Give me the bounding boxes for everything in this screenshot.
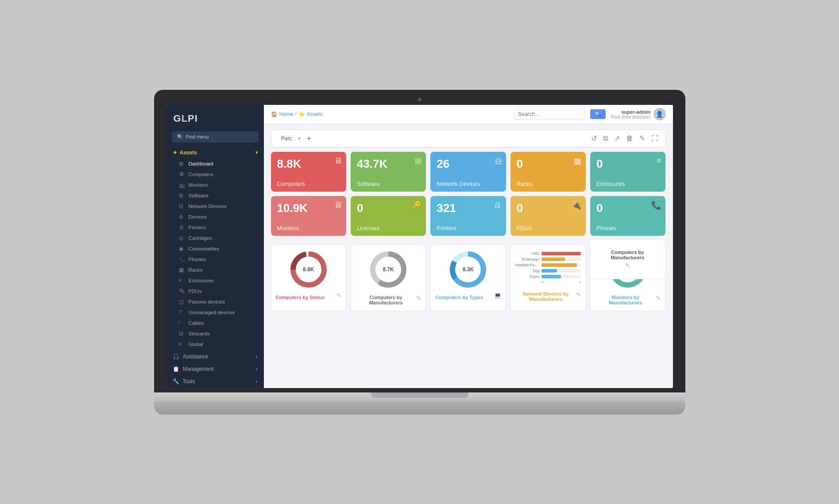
chart-label-monitors-manufacturers: Monitors by Manufacturers	[595, 295, 656, 305]
stat-card-racks[interactable]: ▦ 0 Racks	[510, 152, 586, 192]
printers-label: Printers	[437, 225, 499, 231]
breadcrumb-assets[interactable]: Assets	[307, 111, 323, 117]
chart-card-computers-types: 8.3K Computers by Types 💻	[430, 245, 506, 311]
fullscreen-button[interactable]: ⛶	[650, 134, 660, 143]
sidebar-item-consumables[interactable]: ◉ Consumables	[166, 243, 264, 254]
camera	[418, 98, 421, 101]
donut-computers-manufacturers: 8.7K	[368, 250, 408, 289]
undo-button[interactable]: ↺	[589, 133, 599, 143]
sidebar-item-passive-devices[interactable]: ◫ Passive devices	[166, 296, 264, 307]
stat-card-network[interactable]: ⊟ 26 Network Devices	[430, 152, 506, 192]
network-label: Network Devices	[437, 181, 499, 187]
search-icon: 🔍	[177, 134, 183, 140]
chart-edit-monitors-manufacturers[interactable]: ✎	[656, 295, 661, 301]
stat-card-computers[interactable]: 🖥 8.8K Computers	[271, 152, 346, 192]
chart-edit-computers-manufacturers[interactable]: ✎	[416, 295, 421, 301]
device-icon: ⊛	[179, 214, 185, 220]
delete-button[interactable]: 🗑	[624, 134, 635, 143]
sidebar-item-dashboard[interactable]: ⊙ Dashboard	[166, 158, 264, 169]
monitors-label: Monitors	[277, 225, 340, 231]
sidebar-item-software[interactable]: ⊞ Software	[166, 190, 264, 201]
sidebar-item-monitors[interactable]: 📺 Monitors	[166, 180, 264, 190]
phone-icon: 📞	[179, 256, 185, 262]
breadcrumb-home[interactable]: Home	[279, 111, 294, 117]
sidebar-section-assistance[interactable]: 🎧 Assistance ›	[166, 350, 264, 363]
licenses-label: Licenses	[357, 225, 420, 231]
laptop-base	[154, 392, 685, 401]
stat-card-software[interactable]: ⊞ 43.7K Software	[351, 152, 426, 192]
sidebar-item-enclosures[interactable]: ≡ Enclosures	[166, 275, 264, 286]
mini-panel-content: Computers by Manufacturers ✎	[589, 239, 665, 279]
user-subtitle: Root (tree structure)	[611, 115, 650, 119]
global-icon: ≡	[179, 341, 185, 347]
sidebar-item-network-devices[interactable]: ⊟ Network Devices	[166, 201, 264, 212]
sidebar-section-administration[interactable]: 🛡 Administration ›	[166, 388, 264, 388]
chevron-right-icon-2: ›	[256, 366, 258, 372]
sidebar-item-racks[interactable]: ▦ Racks	[166, 265, 264, 275]
stat-card-monitors[interactable]: 🖥 10.9K Monitors	[271, 196, 346, 236]
pdus-card-icon: 🔌	[572, 200, 581, 210]
donut-computers-types: 8.3K	[448, 250, 488, 289]
software-label: Software	[357, 181, 420, 187]
software-card-icon: ⊞	[415, 156, 421, 166]
computers-icon: 🖥	[334, 156, 342, 165]
find-menu-button[interactable]: 🔍 Find menu	[172, 131, 259, 142]
chart-footer-computers-types: Computers by Types 💻	[435, 291, 501, 300]
chevron-right-icon: ›	[256, 354, 258, 360]
sidebar-item-simcards[interactable]: ⊟ Simcards	[166, 328, 264, 339]
rack-icon: ▦	[179, 267, 185, 273]
search-button[interactable]: 🔍	[590, 109, 606, 119]
sidebar-item-pdus[interactable]: 🔌 PDUs	[166, 286, 264, 296]
tools-icon: 🔧	[173, 378, 179, 385]
monitors-card-icon: 🖥	[334, 200, 342, 210]
passive-icon: ◫	[179, 299, 185, 305]
mini-panel-edit[interactable]: ✎	[625, 262, 630, 269]
copy-button[interactable]: ⧉	[601, 134, 610, 143]
chart-type-icon: 💻	[494, 292, 501, 299]
stat-card-enclosures[interactable]: ≡ 0 Enclosures	[590, 152, 665, 192]
phones-card-icon: 📞	[651, 200, 661, 210]
sidebar-item-devices[interactable]: ⊛ Devices	[166, 212, 264, 222]
bar-row-hewlett: Hewlett-Pack...	[515, 263, 581, 267]
chart-footer-network-manufacturers: Network Devices by Manufacturers ✎	[515, 288, 581, 302]
sidebar-section-assets-header[interactable]: ✦ Assets ▾	[166, 146, 264, 158]
printers-value: 321	[437, 202, 499, 214]
sidebar-section-management[interactable]: 📋 Management ›	[166, 363, 264, 375]
screen-bezel: GLPI 🔍 Find menu ✦ Assets ▾ ⊙	[154, 90, 685, 392]
sidebar-item-cables[interactable]: ∕ Cables	[166, 318, 264, 328]
sidebar-item-global[interactable]: ≡ Global	[166, 339, 264, 350]
network-value: 26	[437, 158, 499, 169]
edit-button[interactable]: ✎	[638, 133, 647, 143]
share-button[interactable]: ⇗	[612, 133, 622, 143]
stat-card-pdus[interactable]: 🔌 0 PDUs	[510, 196, 586, 236]
chart-edit-network-manufacturers[interactable]: ✎	[576, 291, 581, 298]
tab-separator: ▾	[298, 135, 301, 142]
computers-value: 8.8K	[277, 158, 340, 169]
laptop-shell: GLPI 🔍 Find menu ✦ Assets ▾ ⊙	[154, 90, 685, 415]
topbar: 🏠 Home / ⭐ Assets 🔍 super-admin Root (tr…	[264, 105, 673, 124]
software-value: 43.7K	[357, 158, 420, 169]
search-input[interactable]	[514, 109, 585, 119]
sidebar-item-printers[interactable]: 🖨 Printers	[166, 222, 264, 233]
star-icon: ✦	[173, 150, 177, 156]
stat-card-phones[interactable]: 📞 0 Phones	[590, 196, 665, 236]
enclosures-value: 0	[596, 158, 659, 169]
sidebar-item-phones[interactable]: 📞 Phones	[166, 254, 264, 265]
chart-card-computers-status: 8.8K Computers by Status ✎	[271, 245, 346, 311]
unmanaged-icon: ?	[179, 309, 185, 315]
enclosures-card-icon: ≡	[657, 156, 661, 165]
stat-card-printers[interactable]: 🖨 321 Printers	[430, 196, 506, 236]
tab-parc[interactable]: Parc	[277, 134, 297, 143]
sidebar-item-computers[interactable]: 🖥 Computers	[166, 169, 264, 180]
printer-icon: 🖨	[179, 224, 185, 231]
sidebar-section-tools[interactable]: 🔧 Tools ›	[166, 375, 264, 388]
sidebar-item-unmanaged-devices[interactable]: ? Unmanaged devices	[166, 307, 264, 318]
sidebar-item-cartridges[interactable]: ◎ Cartridges	[166, 233, 264, 243]
chart-label-computers-types: Computers by Types	[435, 295, 483, 300]
headset-icon: 🎧	[173, 354, 179, 360]
add-tab-button[interactable]: +	[302, 133, 315, 144]
cartridge-icon: ◎	[179, 235, 185, 241]
stat-card-licenses[interactable]: 🔑 0 Licenses	[351, 196, 426, 236]
chart-footer-monitors-manufacturers: Monitors by Manufacturers ✎	[595, 291, 661, 305]
chart-edit-computers-status[interactable]: ✎	[336, 292, 341, 299]
